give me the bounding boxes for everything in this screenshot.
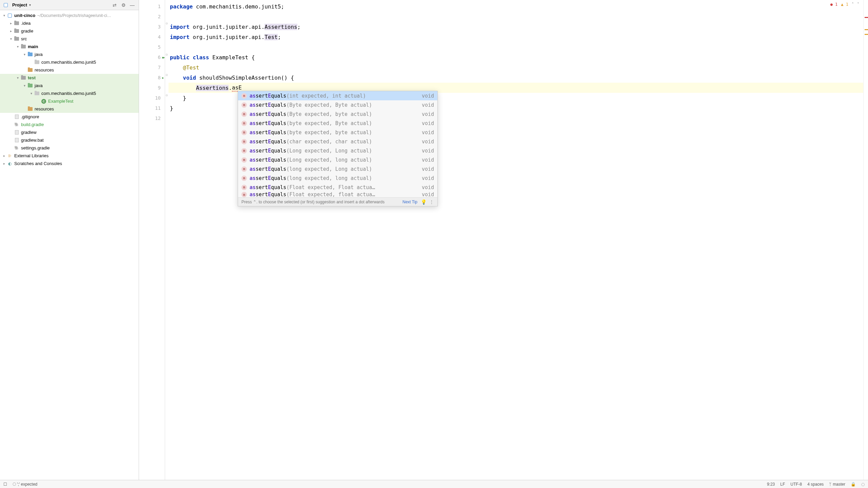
gutter-line[interactable]: 11: [139, 103, 165, 113]
completion-item[interactable]: massertEquals(Byte expected, Byte actual…: [238, 100, 437, 109]
tree-node-build-gradle[interactable]: ▸🐘build.gradle: [0, 121, 139, 128]
gutter-line[interactable]: 8▸: [139, 73, 165, 83]
select-opened-file-icon[interactable]: ⇄: [111, 1, 118, 9]
completion-item[interactable]: massertEquals(byte expected, Byte actual…: [238, 119, 437, 128]
next-highlight-icon[interactable]: ˅: [857, 2, 859, 7]
scratch-icon: ◐: [7, 161, 13, 166]
package-icon: [34, 60, 40, 64]
gutter-line[interactable]: 3: [139, 22, 165, 32]
method-badge-icon: m: [241, 192, 247, 197]
tree-node-test-pkg[interactable]: ▾com.mechanitis.demo.junit5: [0, 89, 139, 97]
resource-folder-icon: [27, 68, 33, 72]
completion-item[interactable]: massertEquals(byte expected, byte actual…: [238, 128, 437, 137]
project-tree[interactable]: ▾unit-cinco~/Documents/Projects/trishage…: [0, 10, 139, 480]
tree-node-test-resources[interactable]: ▸resources: [0, 105, 139, 113]
resource-folder-icon: [27, 107, 33, 111]
tree-node-scratches[interactable]: ▸◐Scratches and Consoles: [0, 160, 139, 167]
gutter-line[interactable]: 5: [139, 42, 165, 52]
project-icon: [3, 3, 9, 7]
completion-item[interactable]: massertEquals(Float expected, float actu…: [238, 192, 437, 197]
run-class-icon[interactable]: ▸: [162, 55, 164, 60]
completion-item[interactable]: massertEquals(Float expected, Float actu…: [238, 183, 437, 192]
completion-popup[interactable]: massertEquals(int expected, int actual)v…: [238, 91, 438, 206]
source-folder-icon: [27, 53, 33, 56]
indent-info[interactable]: 4 spaces: [807, 482, 824, 487]
class-icon: C: [41, 99, 47, 104]
error-count-icon[interactable]: ● 1: [830, 2, 838, 7]
completion-item[interactable]: massertEquals(Long expected, Long actual…: [238, 146, 437, 155]
panel-title: Project: [12, 2, 27, 7]
code-editor[interactable]: ● 1 ▲ 1 ˄ ˅ package com.mechanitis.demo.…: [169, 0, 863, 480]
method-badge-icon: m: [241, 93, 247, 99]
panel-dropdown-icon[interactable]: ▾: [29, 3, 31, 7]
file-encoding[interactable]: UTF-8: [790, 482, 802, 487]
completion-item[interactable]: massertEquals(long expected, long actual…: [238, 174, 437, 183]
completion-hint: Press ⌃. to choose the selected (or firs…: [241, 200, 384, 204]
gutter-line[interactable]: 2: [139, 12, 165, 22]
bulb-icon[interactable]: 💡: [421, 199, 427, 205]
warning-count-icon[interactable]: ▲ 1: [841, 2, 848, 7]
tree-node-test[interactable]: ▾test: [0, 74, 139, 82]
test-folder-icon: [27, 84, 33, 87]
minimize-icon[interactable]: —: [129, 1, 136, 9]
tree-node-gitignore[interactable]: ▸.gitignore: [0, 113, 139, 121]
method-badge-icon: m: [241, 176, 247, 181]
method-badge-icon: m: [241, 139, 247, 144]
tree-node-main-java[interactable]: ▾java: [0, 50, 139, 58]
more-icon[interactable]: ⋮: [429, 199, 434, 205]
folder-icon: [20, 76, 26, 80]
git-branch[interactable]: ᛘmaster: [829, 482, 845, 487]
gutter-line[interactable]: 12: [139, 113, 165, 123]
tree-node-external-libs[interactable]: ▸⊪External Libraries: [0, 152, 139, 160]
tree-node-example-test[interactable]: ▸CExampleTest: [0, 97, 139, 105]
status-icon[interactable]: ☐: [3, 482, 7, 487]
tree-node-gradle[interactable]: ▸gradle: [0, 27, 139, 35]
tree-node-main[interactable]: ▾main: [0, 43, 139, 50]
file-icon: [14, 138, 20, 142]
prev-highlight-icon[interactable]: ˄: [852, 2, 854, 7]
next-tip-link[interactable]: Next Tip: [402, 200, 417, 204]
gutter-line[interactable]: 9: [139, 83, 165, 93]
gutter-line[interactable]: 6▸: [139, 52, 165, 62]
gear-icon[interactable]: ⚙: [120, 1, 127, 9]
fold-column[interactable]: ⊖ ⊖ ⊖ ⊖: [165, 0, 169, 480]
status-message: ⎔ ';' expected: [13, 482, 37, 487]
gradle-icon: 🐘: [14, 146, 20, 150]
package-icon: [34, 92, 40, 95]
method-badge-icon: m: [241, 121, 247, 126]
line-separator[interactable]: LF: [780, 482, 785, 487]
folder-icon: [14, 37, 20, 41]
completion-item[interactable]: massertEquals(Byte expected, byte actual…: [238, 109, 437, 119]
tree-root[interactable]: ▾unit-cinco~/Documents/Projects/trishage…: [0, 12, 139, 19]
method-badge-icon: m: [241, 157, 247, 163]
tree-node-main-pkg[interactable]: ▸com.mechanitis.demo.junit5: [0, 58, 139, 66]
tree-node-settings-gradle[interactable]: ▸🐘settings.gradle: [0, 144, 139, 152]
completion-item[interactable]: massertEquals(long expected, Long actual…: [238, 164, 437, 174]
method-badge-icon: m: [241, 130, 247, 135]
gutter-line[interactable]: 4: [139, 32, 165, 42]
method-badge-icon: m: [241, 166, 247, 172]
tree-node-test-java[interactable]: ▾java: [0, 82, 139, 89]
run-test-icon[interactable]: ▸: [162, 76, 164, 80]
folder-icon: [20, 45, 26, 48]
editor-gutter: 123456▸78▸9101112: [139, 0, 165, 480]
notifications-icon[interactable]: ◌: [861, 482, 865, 487]
gutter-line[interactable]: 10: [139, 93, 165, 103]
library-icon: ⊪: [7, 154, 13, 158]
inspection-widget[interactable]: ● 1 ▲ 1 ˄ ˅: [830, 2, 859, 7]
completion-item[interactable]: massertEquals(int expected, int actual)v…: [238, 91, 437, 100]
gutter-line[interactable]: 7: [139, 62, 165, 73]
project-panel-header: Project ▾ ⇄ ⚙ —: [0, 0, 139, 10]
tree-node-idea[interactable]: ▸.idea: [0, 19, 139, 27]
tree-node-main-resources[interactable]: ▸resources: [0, 66, 139, 74]
tree-node-gradlew-bat[interactable]: ▸gradlew.bat: [0, 136, 139, 144]
completion-item[interactable]: massertEquals(char expected, char actual…: [238, 137, 437, 146]
tree-node-gradlew[interactable]: ▸gradlew: [0, 128, 139, 136]
completion-item[interactable]: massertEquals(Long expected, long actual…: [238, 155, 437, 164]
caret-position[interactable]: 9:23: [767, 482, 775, 487]
lock-icon[interactable]: 🔒: [851, 482, 856, 487]
error-stripe[interactable]: [863, 0, 868, 480]
tree-node-src[interactable]: ▾src: [0, 35, 139, 43]
file-icon: [14, 130, 20, 135]
gutter-line[interactable]: 1: [139, 1, 165, 12]
